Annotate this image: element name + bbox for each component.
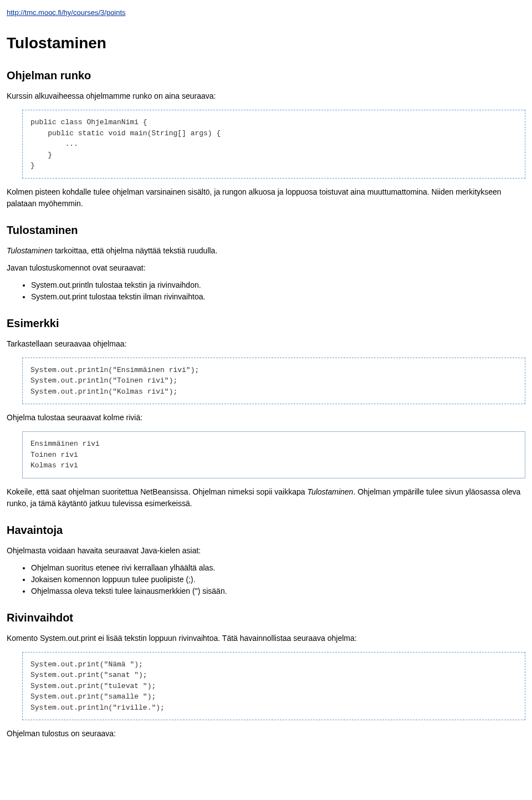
text: Kokeile, että saat ohjelman suoritettua …: [7, 487, 307, 496]
section-heading-havaintoja: Havaintoja: [7, 522, 525, 538]
italic-text: Tulostaminen: [7, 246, 53, 255]
list-item: Ohjelman suoritus etenee rivi kerrallaan…: [31, 562, 525, 574]
page-url-link[interactable]: http://tmc.mooc.fi/hy/courses/3/points: [7, 8, 126, 17]
list-item: System.out.print tulostaa tekstin ilman …: [31, 291, 525, 303]
list-item: Ohjelmassa oleva teksti tulee lainausmer…: [31, 585, 525, 597]
list-item: Jokaisen komennon loppuun tulee puolipis…: [31, 574, 525, 585]
section-heading-tulostaminen: Tulostaminen: [7, 222, 525, 238]
paragraph: Ohjelma tulostaa seuraavat kolme riviä:: [7, 412, 525, 424]
list-item: System.out.println tulostaa tekstin ja r…: [31, 279, 525, 291]
paragraph: Komento System.out.print ei lisää teksti…: [7, 633, 525, 644]
section-heading-rivinvaihdot: Rivinvaihdot: [7, 609, 525, 626]
paragraph: Tarkastellaan seuraavaa ohjelmaa:: [7, 338, 525, 350]
bullet-list: Ohjelman suoritus etenee rivi kerrallaan…: [7, 562, 525, 597]
paragraph: Javan tulostuskomennot ovat seuraavat:: [7, 262, 525, 274]
section-heading-ohjelman-runko: Ohjelman runko: [7, 67, 525, 84]
code-block: System.out.print("Nämä "); System.out.pr…: [22, 652, 525, 721]
paragraph: Kurssin alkuvaiheessa ohjelmamme runko o…: [7, 90, 525, 102]
paragraph: Ohjelman tulostus on seuraava:: [7, 728, 525, 740]
bullet-list: System.out.println tulostaa tekstin ja r…: [7, 279, 525, 303]
code-block: System.out.println("Ensimmäinen rivi"); …: [22, 358, 525, 405]
output-block: Ensimmäinen rivi Toinen rivi Kolmas rivi: [22, 431, 525, 478]
italic-text: Tulostaminen: [307, 487, 353, 496]
paragraph: Ohjelmasta voidaan havaita seuraavat Jav…: [7, 545, 525, 557]
paragraph: Kolmen pisteen kohdalle tulee ohjelman v…: [7, 186, 525, 210]
page-title: Tulostaminen: [7, 32, 525, 55]
section-heading-esimerkki: Esimerkki: [7, 315, 525, 332]
text: tarkoittaa, että ohjelma näyttää tekstiä…: [53, 246, 217, 255]
paragraph: Tulostaminen tarkoittaa, että ohjelma nä…: [7, 245, 525, 257]
code-block: public class OhjelmanNimi { public stati…: [22, 110, 525, 179]
paragraph: Kokeile, että saat ohjelman suoritettua …: [7, 486, 525, 509]
